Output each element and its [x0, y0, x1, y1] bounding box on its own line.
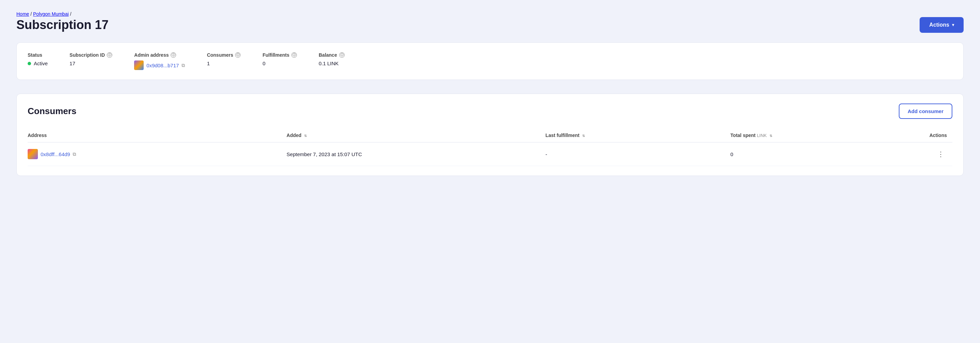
status-value: Active — [28, 61, 48, 66]
consumers-section: Consumers Add consumer Address Added ⇅ L… — [16, 94, 964, 176]
admin-blockie-icon — [134, 61, 144, 70]
breadcrumb: Home / Polygon Mumbai / — [16, 11, 964, 17]
col-header-total-spent: Total spent LINK ⇅ — [730, 128, 879, 142]
info-card: Status Active Subscription ID ⓘ 17 Admin… — [16, 42, 964, 80]
subscription-id-field: Subscription ID ⓘ 17 — [70, 52, 112, 70]
sort-lastfulfillment-icon[interactable]: ⇅ — [582, 134, 585, 138]
copy-icon[interactable]: ⧉ — [181, 62, 185, 68]
admin-address-value: 0x9d08...b717 ⧉ — [134, 61, 185, 70]
consumers-field: Consumers ⓘ 1 — [207, 52, 240, 70]
breadcrumb-home[interactable]: Home — [16, 11, 29, 17]
consumer-copy-icon[interactable]: ⧉ — [73, 152, 76, 157]
breadcrumb-sep2: / — [70, 11, 71, 17]
consumer-total-spent-cell: 0 — [730, 142, 879, 166]
balance-field: Balance ⓘ 0.1 LINK — [319, 52, 345, 70]
col-header-added: Added ⇅ — [286, 128, 546, 142]
col-header-address: Address — [28, 128, 286, 142]
consumer-more-button[interactable]: ⋮ — [935, 148, 947, 160]
sort-totalspent-icon[interactable]: ⇅ — [770, 134, 772, 138]
breadcrumb-sep1: / — [30, 11, 33, 17]
consumers-section-header: Consumers Add consumer — [28, 104, 952, 119]
table-row: 0x8dff...64d9 ⧉ September 7, 2023 at 15:… — [28, 142, 952, 166]
total-spent-link-unit: LINK — [757, 133, 767, 138]
subscription-id-label: Subscription ID ⓘ — [70, 52, 112, 58]
balance-value: 0.1 LINK — [319, 61, 345, 66]
status-field: Status Active — [28, 52, 48, 70]
consumers-section-title: Consumers — [28, 106, 76, 116]
consumer-actions-cell: ⋮ — [878, 142, 952, 166]
col-header-last-fulfillment: Last fulfillment ⇅ — [546, 128, 730, 142]
status-label: Status — [28, 52, 48, 58]
breadcrumb-network[interactable]: Polygon Mumbai — [33, 11, 68, 17]
consumer-address-cell: 0x8dff...64d9 ⧉ — [28, 142, 286, 166]
subscription-id-value: 17 — [70, 61, 112, 66]
page-title: Subscription 17 — [16, 18, 108, 32]
admin-address-field: Admin address ⓘ 0x9d08...b717 ⧉ — [134, 52, 185, 70]
consumer-address-wrapper: 0x8dff...64d9 ⧉ — [28, 149, 281, 159]
consumers-table: Address Added ⇅ Last fulfillment ⇅ Total… — [28, 128, 952, 166]
consumers-label: Consumers ⓘ — [207, 52, 240, 58]
sort-added-icon[interactable]: ⇅ — [304, 134, 307, 138]
consumer-added-cell: September 7, 2023 at 15:07 UTC — [286, 142, 546, 166]
consumer-blockie-icon — [28, 149, 38, 159]
add-consumer-button[interactable]: Add consumer — [899, 104, 952, 119]
col-header-actions: Actions — [878, 128, 952, 142]
status-dot-icon — [28, 62, 31, 65]
table-header-row: Address Added ⇅ Last fulfillment ⇅ Total… — [28, 128, 952, 142]
chevron-down-icon: ▾ — [952, 22, 954, 27]
balance-label: Balance ⓘ — [319, 52, 345, 58]
consumer-last-fulfillment-cell: - — [546, 142, 730, 166]
page-header: Subscription 17 Actions ▾ — [16, 17, 964, 33]
actions-label: Actions — [929, 22, 949, 28]
info-icon-admin[interactable]: ⓘ — [170, 52, 176, 58]
info-icon[interactable]: ⓘ — [107, 52, 112, 58]
fulfillments-field: Fulfillments ⓘ 0 — [262, 52, 297, 70]
consumers-value: 1 — [207, 61, 240, 66]
info-icon-balance[interactable]: ⓘ — [339, 52, 345, 58]
actions-button[interactable]: Actions ▾ — [920, 17, 964, 33]
info-icon-fulfillments[interactable]: ⓘ — [291, 52, 297, 58]
fulfillments-value: 0 — [262, 61, 297, 66]
admin-address-label: Admin address ⓘ — [134, 52, 185, 58]
fulfillments-label: Fulfillments ⓘ — [262, 52, 297, 58]
admin-address-text[interactable]: 0x9d08...b717 — [146, 62, 179, 68]
info-icon-consumers[interactable]: ⓘ — [235, 52, 240, 58]
consumer-address-text[interactable]: 0x8dff...64d9 — [41, 152, 70, 157]
